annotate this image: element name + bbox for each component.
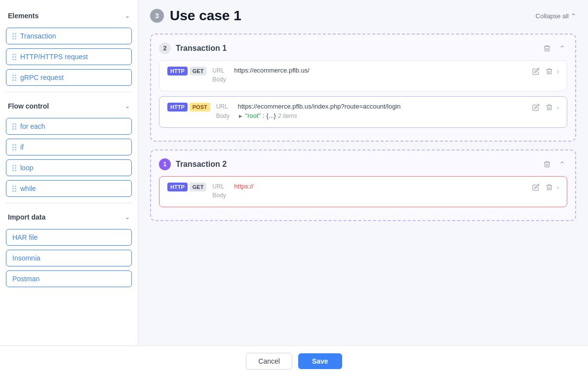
sidebar-item-grpc[interactable]: gRPC request (6, 69, 132, 86)
section-divider (6, 92, 132, 92)
url-label: URL (212, 183, 230, 190)
sidebar-item-http-https[interactable]: HTTP/HTTPS request (6, 48, 132, 65)
expand-arrow-3-icon[interactable]: › (557, 184, 559, 191)
sidebar-item-insomnia[interactable]: Insomnia (6, 250, 132, 266)
body-row-1: Body (212, 76, 524, 83)
transaction-2-actions: ⌃ (541, 159, 567, 170)
request-details-1: URL https://ecommerce.pflb.us/ Body (212, 67, 524, 85)
transaction-1-delete-button[interactable] (541, 43, 553, 53)
url-row-3: URL https:// (212, 183, 524, 190)
transaction-2-container: 1 Transaction 2 ⌃ HTTP (150, 150, 576, 221)
import-title: Import data (8, 213, 45, 221)
edit-request-3-button[interactable] (530, 183, 542, 192)
transaction-2-title-group: 1 Transaction 2 (159, 158, 227, 170)
expand-arrow-2-icon[interactable]: › (557, 104, 559, 111)
sidebar-item-label: Postman (12, 275, 39, 283)
edit-request-2-button[interactable] (530, 103, 542, 112)
drag-handle-icon (12, 123, 16, 130)
sidebar-item-label: if (20, 143, 24, 151)
transaction-2-collapse-button[interactable]: ⌃ (557, 159, 567, 170)
http-badge: HTTP (167, 67, 188, 75)
sidebar-item-label: HTTP/HTTPS request (20, 53, 88, 61)
sidebar-item-if[interactable]: if (6, 139, 132, 155)
delete-request-1-button[interactable] (544, 67, 555, 76)
sidebar-item-label: for each (20, 122, 45, 130)
collapse-all-label: Collapse all (536, 12, 569, 20)
request-card-3-actions: › (530, 183, 559, 192)
method-badge: POST (190, 103, 210, 112)
sidebar-item-har[interactable]: HAR file (6, 229, 132, 246)
delete-request-3-button[interactable] (544, 183, 555, 192)
main-layout: Elements ⌄ Transaction HTTP/HT (0, 0, 588, 345)
body-label: Body (216, 113, 234, 119)
expand-arrow-1-icon[interactable]: › (557, 68, 559, 75)
sidebar-item-while[interactable]: while (6, 180, 132, 197)
url-value: https://ecommerce.pflb.us/ (234, 67, 309, 74)
save-button[interactable]: Save (298, 353, 342, 369)
url-row-1: URL https://ecommerce.pflb.us/ (212, 67, 524, 74)
drag-handle-icon (12, 75, 16, 81)
sidebar-item-postman[interactable]: Postman (6, 270, 132, 287)
import-section-header[interactable]: Import data ⌄ (6, 209, 132, 225)
flow-control-section-header[interactable]: Flow control ⌄ (6, 98, 132, 114)
body-row-3: Body (212, 192, 524, 199)
sidebar-item-label: Insomnia (12, 254, 40, 262)
request-card-1-actions: › (530, 67, 559, 76)
cancel-button[interactable]: Cancel (246, 353, 292, 370)
request-card-post-1: HTTP POST URL https://ecommerce.pflb.us/… (159, 96, 567, 128)
sidebar-item-label: while (20, 185, 36, 192)
body-count: 2 items (278, 113, 297, 119)
drag-handle-icon (12, 33, 16, 39)
step-badge: 3 (150, 9, 164, 23)
collapse-all-chevron-icon: ⌃ (571, 12, 576, 20)
drag-handle-icon (12, 165, 16, 171)
sidebar-item-for-each[interactable]: for each (6, 118, 132, 135)
method-badge: GET (190, 183, 207, 191)
body-key: "root" (245, 112, 261, 119)
request-card-get-1: HTTP GET URL https://ecommerce.pflb.us/ … (159, 60, 567, 91)
sidebar-item-transaction[interactable]: Transaction (6, 28, 132, 44)
import-chevron-icon: ⌄ (125, 214, 130, 221)
transaction-1-actions: ⌃ (541, 43, 567, 54)
section-divider-2 (6, 203, 132, 203)
drag-handle-icon (12, 144, 16, 150)
transaction-2-header: 1 Transaction 2 ⌃ (159, 158, 567, 170)
sidebar-item-loop[interactable]: loop (6, 159, 132, 176)
page-header: 3 Use case 1 Collapse all ⌃ (150, 8, 576, 24)
transaction-1-container: 2 Transaction 1 ⌃ HTTP (150, 34, 576, 142)
http-badge: HTTP (167, 103, 188, 112)
method-badge: GET (190, 67, 207, 75)
sidebar-item-label: HAR file (12, 233, 38, 241)
method-group-3: HTTP GET (167, 183, 206, 191)
url-value: https:// (234, 183, 253, 190)
url-value: https://ecommerce.pflb.us/index.php?rout… (238, 103, 401, 110)
flow-control-chevron-icon: ⌄ (125, 103, 130, 110)
delete-request-2-button[interactable] (544, 103, 555, 112)
chevron-up-icon: ⌃ (559, 44, 565, 53)
drag-handle-icon (12, 54, 16, 60)
transaction-1-header: 2 Transaction 1 ⌃ (159, 42, 567, 54)
elements-section-header[interactable]: Elements ⌄ (6, 8, 132, 24)
request-card-get-2: HTTP GET URL https:// Body (159, 176, 567, 207)
main-content: 3 Use case 1 Collapse all ⌃ 2 Transactio… (138, 0, 588, 345)
url-label: URL (212, 67, 230, 74)
collapse-all-button[interactable]: Collapse all ⌃ (536, 12, 576, 20)
body-content: ► "root" : {...} 2 items (238, 112, 297, 119)
elements-title: Elements (8, 12, 39, 20)
request-details-3: URL https:// Body (212, 183, 524, 201)
body-label: Body (212, 76, 230, 83)
transaction-1-name: Transaction 1 (176, 44, 227, 53)
http-badge: HTTP (167, 183, 188, 191)
flow-control-title: Flow control (8, 102, 49, 110)
elements-chevron-icon: ⌄ (125, 12, 130, 19)
transaction-1-collapse-button[interactable]: ⌃ (557, 43, 567, 54)
sidebar-item-label: loop (20, 164, 33, 172)
method-group-1: HTTP GET (167, 67, 206, 75)
sidebar-item-label: gRPC request (20, 74, 64, 81)
transaction-2-delete-button[interactable] (541, 159, 553, 169)
transaction-1-badge: 2 (159, 42, 171, 54)
body-expand-icon: ► (238, 113, 243, 119)
sidebar: Elements ⌄ Transaction HTTP/HT (0, 0, 138, 345)
edit-request-1-button[interactable] (530, 67, 542, 76)
request-details-2: URL https://ecommerce.pflb.us/index.php?… (216, 103, 524, 121)
